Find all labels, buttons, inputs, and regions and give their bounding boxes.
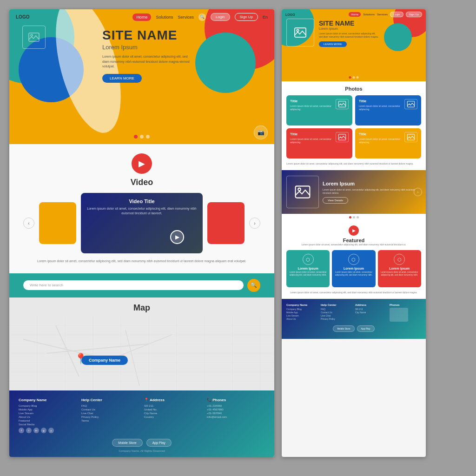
right-footer-contact[interactable]: Contact Us xyxy=(321,311,352,314)
right-footer-faq[interactable]: FAQ xyxy=(321,308,352,311)
right-dot-2[interactable] xyxy=(353,76,355,79)
nav-services[interactable]: Services xyxy=(178,15,194,20)
view-details-button[interactable]: View Details xyxy=(323,197,348,204)
right-footer: Company Name Company Blog Mobile App Liv… xyxy=(282,299,426,339)
footer-col-company: Company Name Company Blog Mobile App Liv… xyxy=(19,398,77,433)
right-nav-solutions[interactable]: Solutions xyxy=(363,13,375,16)
right-panel: LOGO Home Solutions Services Login Sign … xyxy=(282,9,426,457)
feat-card-1-title: Lorem Ipsum xyxy=(289,267,327,270)
footer-terms[interactable]: Terms xyxy=(81,419,139,422)
right-footer-addr-1: SR-211 xyxy=(355,308,387,311)
right-mobile-store-button[interactable]: Mobile Store xyxy=(333,325,354,332)
lang-selector[interactable]: En xyxy=(263,15,268,20)
right-footer-help-title: Help Center xyxy=(321,304,352,306)
right-store-buttons: Mobile Store App Play xyxy=(286,325,421,332)
footer-link-blog[interactable]: Company Blog xyxy=(19,404,77,407)
right-footer-privacy[interactable]: Privacy Policy xyxy=(321,317,352,320)
footer-link-about[interactable]: About Us xyxy=(19,416,77,418)
featured-section: ▶ Featured Lorem ipsum dolor sit amet, c… xyxy=(282,221,426,299)
footer-link-social[interactable]: Social Media xyxy=(19,423,77,426)
footer-contact[interactable]: Contact Us xyxy=(81,408,139,411)
prev-arrow[interactable]: ‹ xyxy=(23,218,34,229)
next-arrow[interactable]: › xyxy=(249,218,260,229)
featured-play-icon[interactable]: ▶ xyxy=(349,225,359,236)
photo-card-1: Title Lorem ipsum dolor sit amet, consec… xyxy=(286,95,352,126)
feature-dot-3[interactable] xyxy=(357,216,359,218)
social-icon-1[interactable]: f xyxy=(19,428,24,433)
svg-point-30 xyxy=(298,188,301,191)
feat-card-1: ⬡ Lorem Ipsum Lorem ipsum dolor sit amet… xyxy=(286,250,330,287)
right-hero-image xyxy=(286,19,314,46)
dot-1[interactable] xyxy=(134,135,138,139)
right-dot-1[interactable] xyxy=(349,76,351,79)
footer-livechat[interactable]: Live Chat xyxy=(81,412,139,415)
social-icon-3[interactable]: in xyxy=(33,428,39,433)
page-wrapper: LOGO Home Solutions Services 🔍 Login Sig… xyxy=(9,9,467,457)
feat-card-3-desc: Lorem ipsum dolor sit amet, consectetur … xyxy=(381,271,418,277)
right-signup-button[interactable]: Sign Up xyxy=(406,12,422,17)
footer-faq[interactable]: FAQ xyxy=(81,404,139,407)
social-icon-2[interactable]: t xyxy=(26,428,32,433)
footer-copyright: Company Name, All Rights Reserved xyxy=(19,450,265,452)
right-nav-home[interactable]: Home xyxy=(349,12,361,17)
footer-privacy[interactable]: Privacy Policy xyxy=(81,416,139,418)
right-footer-link-4[interactable]: About Us xyxy=(286,317,318,320)
search-button[interactable]: 🔍 xyxy=(247,279,260,292)
video-section-description: Lorem ipsum dolor sit amet, consectetur … xyxy=(23,259,260,264)
feature-dot-2[interactable] xyxy=(353,216,355,218)
video-play-center[interactable]: ▶ xyxy=(170,230,184,244)
logo: LOGO xyxy=(16,14,29,20)
feat-card-2-title: Lorem Ipsum xyxy=(335,267,372,270)
footer-link-stream[interactable]: Live Stream xyxy=(19,412,77,415)
dot-3[interactable] xyxy=(146,135,150,139)
right-site-name: SITE NAME xyxy=(319,20,379,27)
footer-link-app[interactable]: Mobile App xyxy=(19,408,77,411)
nav-solutions[interactable]: Solutions xyxy=(156,15,173,20)
play-button[interactable]: ▶ xyxy=(132,153,152,174)
social-icon-4[interactable]: g xyxy=(41,428,46,433)
footer-phone-1: +01-234960 xyxy=(207,404,265,407)
right-shape-teal2 xyxy=(384,23,412,51)
dot-2[interactable] xyxy=(140,135,144,139)
right-footer-link-2[interactable]: Mobile App xyxy=(286,311,318,314)
right-footer-livechat[interactable]: Live Chat xyxy=(321,314,352,317)
featured-description: Lorem ipsum dolor sit amet, consectetur … xyxy=(286,243,421,246)
right-app-play-button[interactable]: App Play xyxy=(357,325,375,332)
map-section: Map xyxy=(9,298,274,390)
right-learn-more-button[interactable]: LEARN MORE xyxy=(319,41,347,47)
right-footer-link-1[interactable]: Company Blog xyxy=(286,308,318,311)
footer-addr-2: United No. xyxy=(144,408,202,411)
social-icon-5[interactable]: y xyxy=(48,428,54,433)
feature-next-arrow[interactable]: › xyxy=(414,188,422,196)
feat-card-3-title: Lorem Ipsum xyxy=(381,267,418,270)
feat-card-1-icon: ⬡ xyxy=(303,254,314,265)
login-button[interactable]: Login xyxy=(211,13,230,21)
hero-image-placeholder xyxy=(22,26,46,49)
nav-home[interactable]: Home xyxy=(132,13,151,21)
left-panel: LOGO Home Solutions Services 🔍 Login Sig… xyxy=(9,9,274,457)
search-bar[interactable]: Write here to search xyxy=(23,280,244,290)
svg-rect-29 xyxy=(296,186,310,198)
right-footer-company-title: Company Name xyxy=(286,304,318,306)
signup-button[interactable]: Sign Up xyxy=(235,13,258,21)
footer-phone-3: +01-567840 xyxy=(207,412,265,415)
hero-section: LOGO Home Solutions Services 🔍 Login Sig… xyxy=(9,9,274,144)
mobile-store-button[interactable]: Mobile Store xyxy=(112,439,142,447)
footer-addr-1: SR-211 xyxy=(144,404,202,407)
right-footer-link-3[interactable]: Live Stream xyxy=(286,314,318,317)
app-play-button[interactable]: App Play xyxy=(146,439,172,447)
right-nav-services[interactable]: Services xyxy=(377,13,388,16)
learn-more-button[interactable]: LEARN MORE xyxy=(102,74,142,83)
right-nav: LOGO Home Solutions Services Login Sign … xyxy=(282,9,426,20)
company-name-bubble: Company Name xyxy=(81,356,128,365)
right-login-button[interactable]: Login xyxy=(390,12,403,17)
right-dot-3[interactable] xyxy=(357,76,359,79)
site-name: SITE NAME xyxy=(102,28,195,43)
footer-col-phones: 📞 Phones +01-234960 +01-4567890 +01-5678… xyxy=(207,398,265,433)
footer-link-featured[interactable]: Featured xyxy=(19,419,77,422)
feature-content: Lorem Ipsum Lorem ipsum dolor sit amet, … xyxy=(323,181,421,204)
search-icon[interactable]: 🔍 xyxy=(198,13,206,21)
featured-cards: ⬡ Lorem Ipsum Lorem ipsum dolor sit amet… xyxy=(286,250,421,287)
right-footer-col-help: Help Center FAQ Contact Us Live Chat Pri… xyxy=(321,304,352,322)
feature-dot-1[interactable] xyxy=(349,216,351,218)
